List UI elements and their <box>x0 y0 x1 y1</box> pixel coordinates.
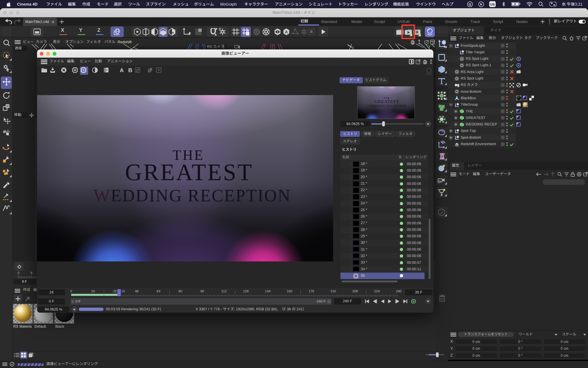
svg-text:A: A <box>285 30 288 34</box>
svg-text:B: B <box>128 67 132 73</box>
svg-text:A: A <box>120 67 124 73</box>
svg-text:ST: ST <box>438 181 441 183</box>
svg-text:G: G <box>469 3 471 6</box>
svg-text:US: US <box>490 3 495 6</box>
